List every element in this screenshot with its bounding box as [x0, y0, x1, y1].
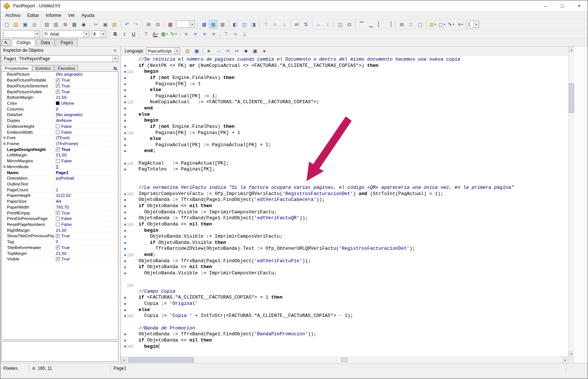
property-row-name[interactable]: NamePage1: [2, 170, 118, 176]
property-value[interactable]: ✓True: [54, 257, 118, 261]
checkbox-icon[interactable]: [56, 124, 60, 128]
code-line-153[interactable]: ObjetoBanda.Visible := ImprimirCamposVer…: [121, 270, 568, 277]
code-line-126[interactable]: end: [121, 105, 568, 112]
property-row-duplex[interactable]: DuplexdmNone: [2, 118, 118, 124]
property-row-columns[interactable]: Columns0: [2, 106, 118, 112]
property-value[interactable]: False: [54, 159, 118, 163]
chevron-down-icon[interactable]: ▾: [189, 21, 195, 28]
inspector-tab-eventos[interactable]: Eventos: [32, 65, 54, 71]
breakpoint-dot[interactable]: [124, 212, 126, 213]
property-row-font[interactable]: ⊞Font(TFont): [2, 135, 118, 141]
property-row-backpicture[interactable]: BackPicture(No asignado): [2, 72, 118, 77]
menu-informe[interactable]: Informe: [42, 12, 64, 19]
code-line-149[interactable]: TfrxBarcode2DView(ObjetoBanda).Text := O…: [121, 246, 568, 252]
checkbox-icon[interactable]: ✓: [56, 90, 60, 94]
gutter-cell[interactable]: 165: [121, 343, 135, 350]
cut-button[interactable]: ✂: [92, 20, 100, 28]
gutter-cell[interactable]: [121, 142, 135, 148]
gutter-cell[interactable]: [121, 197, 135, 203]
gutter-cell[interactable]: [121, 118, 135, 124]
trace-into-button[interactable]: ⇒: [223, 47, 232, 55]
scroll-right-button[interactable]: ►: [562, 357, 568, 363]
gutter-cell[interactable]: [121, 246, 135, 252]
property-row-endlessheight[interactable]: EndlessHeightFalse: [2, 123, 118, 129]
breakpoint-dot[interactable]: [124, 303, 126, 305]
paste-button[interactable]: ▤: [110, 20, 119, 28]
chevron-down-icon[interactable]: ▾: [444, 23, 445, 26]
property-value[interactable]: False: [54, 124, 118, 129]
frame-none-button[interactable]: □: [407, 20, 415, 28]
horizontal-scrollbar[interactable]: ◄ ►: [121, 357, 568, 362]
code-line-118[interactable]: //Se reinicia el número de paginas cuand…: [121, 57, 568, 63]
breakpoint-dot[interactable]: [124, 144, 126, 146]
gutter-cell[interactable]: [121, 148, 135, 154]
inspector-tab-favoritos[interactable]: Favoritos: [54, 65, 78, 71]
breakpoint-dot[interactable]: [124, 230, 126, 232]
property-value[interactable]: 0: [54, 239, 118, 244]
gutter-cell[interactable]: [121, 307, 135, 313]
code-line-121[interactable]: if (not Engine.FinalPass) then: [121, 75, 568, 81]
chevron-down-icon[interactable]: ▾: [100, 31, 106, 37]
checkbox-icon[interactable]: ✓: [56, 147, 60, 151]
breakpoint-dot[interactable]: [124, 309, 126, 311]
frame-bottom-button[interactable]: ▁: [367, 20, 375, 28]
tab-codigo[interactable]: Código: [12, 39, 35, 46]
code-line-150[interactable]: 150 end;: [121, 252, 568, 258]
code-line-134[interactable]: [121, 154, 568, 160]
code-line-144[interactable]: ObjetoBanda := TfrxBand(Page1.FindObject…: [121, 215, 568, 221]
page-settings-button[interactable]: ▦: [70, 20, 79, 28]
code-line-158[interactable]: Copia := 'Original': [121, 301, 568, 307]
scroll-left-button[interactable]: ◄: [121, 357, 127, 363]
chevron-down-icon[interactable]: ▾: [461, 23, 463, 26]
maximize-button[interactable]: □: [554, 0, 571, 11]
property-value[interactable]: ✓True: [54, 234, 118, 238]
run-script-button[interactable]: ►: [205, 47, 214, 55]
property-row-backpicturevisible[interactable]: BackPictureVisible✓True: [2, 89, 118, 95]
code-line-125[interactable]: 125 NumCopiaActual := <FACTURAS."A_CLIEN…: [121, 99, 568, 105]
property-row-printifempty[interactable]: PrintIfEmpty✓True: [2, 210, 118, 216]
breakpoint-dot[interactable]: [124, 108, 126, 109]
property-value[interactable]: False: [54, 130, 118, 134]
property-value[interactable]: poPortrait: [54, 176, 118, 180]
property-row-backpicturestretched[interactable]: BackPictureStretched✓True: [2, 83, 118, 89]
new-page-button[interactable]: ▤: [43, 20, 51, 28]
code-line-157[interactable]: if <FACTURAS."A_CLIENTE__FACTURAS_COPIAS…: [121, 295, 568, 301]
property-value[interactable]: 1122,52: [54, 193, 118, 198]
align-to-grid-button[interactable]: ▦: [209, 20, 218, 28]
gutter-cell[interactable]: [121, 105, 135, 112]
property-row-resetpagenumbers[interactable]: ResetPageNumbersFalse: [2, 222, 118, 228]
chevron-down-icon[interactable]: ▾: [174, 48, 180, 54]
menu-ayuda[interactable]: Ayuda: [78, 12, 98, 19]
gutter-cell[interactable]: [121, 154, 135, 160]
copy-button[interactable]: ▣: [101, 20, 110, 28]
code-line-162[interactable]: //Banda de Promocion: [121, 325, 568, 332]
gutter-cell[interactable]: [121, 295, 135, 301]
property-row-outlinetext[interactable]: OutlineText: [2, 181, 118, 187]
gutter-cell[interactable]: [121, 75, 135, 81]
breakpoint-dot[interactable]: [124, 236, 126, 238]
property-value[interactable]: 21,50: [54, 228, 118, 232]
code-line-129[interactable]: if (not Engine.FinalPass) then: [121, 124, 568, 130]
chevron-down-icon[interactable]: ▾: [473, 21, 479, 28]
property-value[interactable]: ✓True: [54, 78, 118, 82]
property-row-largedesignheight[interactable]: LargeDesignHeight✓True: [2, 147, 118, 152]
code-line-128[interactable]: begin: [121, 118, 568, 124]
gutter-cell[interactable]: 135: [121, 160, 135, 167]
fill-color-button[interactable]: ▨▾: [429, 20, 437, 28]
vertical-align-bottom-button[interactable]: ⊥: [240, 30, 249, 38]
property-grid[interactable]: BackPicture(No asignado)BackPicturePrint…: [1, 71, 118, 340]
breakpoint-dot[interactable]: [124, 138, 126, 140]
center-vertically-button[interactable]: ⊟: [345, 20, 354, 28]
gutter-cell[interactable]: [121, 209, 135, 216]
show-grid-button[interactable]: ▦: [200, 20, 208, 28]
undo-button[interactable]: ↶: [123, 20, 131, 28]
delete-page-button[interactable]: ⊠: [61, 20, 69, 28]
breakpoint-dot[interactable]: [124, 77, 126, 79]
property-row-pagecount[interactable]: PageCount1: [2, 187, 118, 193]
frame-top-button[interactable]: ▔: [358, 20, 366, 28]
code-line-140[interactable]: 140ImprimirCamposVeriFactu := Ofp_Imprim…: [121, 191, 568, 197]
property-value[interactable]: clNone: [54, 101, 118, 105]
same-height-button[interactable]: ↕: [323, 20, 332, 28]
code-line-148[interactable]: if ObjetoBanda.Visible then: [121, 240, 568, 246]
step-over-button[interactable]: →: [214, 47, 223, 55]
